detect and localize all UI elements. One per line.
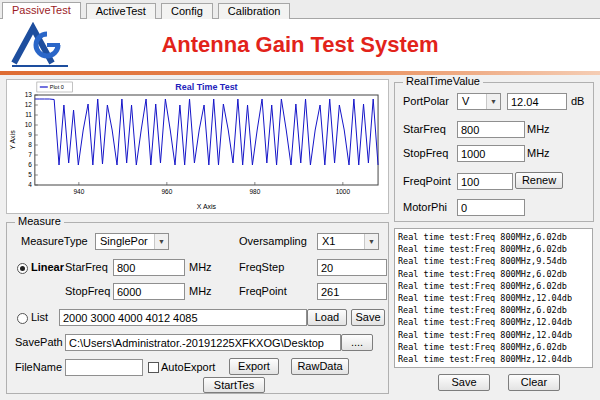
oversampling-select[interactable]: X1 ▼ xyxy=(317,233,379,250)
list-radio[interactable] xyxy=(17,313,28,324)
motorphi-label: MotorPhi xyxy=(403,201,447,213)
svg-text:11: 11 xyxy=(25,111,32,118)
rt-stopfreq-field[interactable] xyxy=(457,145,525,162)
measuretype-selected-value: SinglePor xyxy=(100,235,148,247)
list-label: List xyxy=(31,311,48,323)
freqpoint-field[interactable] xyxy=(317,283,387,300)
tab-activetest[interactable]: ActiveTest xyxy=(86,3,156,19)
portpolar-label: PortPolar xyxy=(403,95,449,107)
list-freq-field[interactable] xyxy=(59,309,307,326)
tab-passivetest[interactable]: PassiveTest xyxy=(2,2,81,19)
starfreq-field[interactable] xyxy=(113,259,185,276)
stopfreq-unit: MHz xyxy=(189,285,212,297)
linear-radio[interactable] xyxy=(17,263,28,274)
realtime-group-title: RealTimeValue xyxy=(403,75,483,87)
svg-text:4: 4 xyxy=(28,181,32,188)
rt-freqpoint-label: FreqPoint xyxy=(403,175,451,187)
rt-starfreq-label: StarFreq xyxy=(403,123,446,135)
log-line: Real time test:Freq 800MHz,6.02db xyxy=(398,280,589,292)
rawdata-button[interactable]: RawData xyxy=(291,358,349,375)
log-line: Real time test:Freq 800MHz,12.04db xyxy=(398,292,589,304)
svg-text:6: 6 xyxy=(28,161,32,168)
svg-text:9: 9 xyxy=(28,131,32,138)
rt-freqpoint-field[interactable] xyxy=(457,173,513,190)
svg-text:8: 8 xyxy=(28,141,32,148)
chart-svg: Real Time Test45678910111213940960980100… xyxy=(7,80,388,213)
log-line: Real time test:Freq 800MHz,6.02db xyxy=(398,304,589,316)
linear-label: Linear xyxy=(31,261,64,273)
freqstep-label: FreqStep xyxy=(239,261,284,273)
gain-unit-label: dB xyxy=(571,95,584,107)
svg-text:5: 5 xyxy=(28,171,32,178)
motorphi-field[interactable] xyxy=(457,199,525,216)
filename-label: FileName xyxy=(15,361,62,373)
log-line: Real time test:Freq 800MHz,12.04db xyxy=(398,316,589,328)
svg-text:980: 980 xyxy=(249,188,260,195)
svg-text:X Axis: X Axis xyxy=(197,203,217,210)
log-list[interactable]: Real time test:Freq 800MHz,6.02dbReal ti… xyxy=(394,228,593,368)
rt-stopfreq-unit: MHz xyxy=(527,147,550,159)
tab-bar: PassiveTest ActiveTest Config Calibratio… xyxy=(0,0,600,19)
header: Antenna Gain Test System xyxy=(0,19,600,71)
measuretype-select[interactable]: SinglePor ▼ xyxy=(95,233,169,250)
savepath-field[interactable] xyxy=(65,334,341,351)
rt-starfreq-unit: MHz xyxy=(527,123,550,135)
portpolar-select[interactable]: V ▼ xyxy=(457,93,501,110)
page-title: Antenna Gain Test System xyxy=(0,32,600,58)
chevron-down-icon[interactable]: ▼ xyxy=(364,234,378,249)
rt-stopfreq-label: StopFreq xyxy=(403,147,448,159)
portpolar-selected-value: V xyxy=(462,95,469,107)
list-save-button[interactable]: Save xyxy=(351,309,385,326)
log-line: Real time test:Freq 800MHz,6.02db xyxy=(398,231,589,243)
autoexport-checkbox[interactable] xyxy=(148,362,159,373)
oversampling-label: Oversampling xyxy=(239,235,307,247)
realtime-value-group: RealTimeValue PortPolar V ▼ dB StarFreq … xyxy=(394,82,594,222)
svg-text:7: 7 xyxy=(28,151,32,158)
starfreq-unit: MHz xyxy=(189,261,212,273)
measuretype-label: MeasureType xyxy=(21,235,88,247)
log-line: Real time test:Freq 800MHz,12.04db xyxy=(398,329,589,341)
rt-starfreq-field[interactable] xyxy=(457,121,525,138)
chevron-down-icon[interactable]: ▼ xyxy=(154,234,168,249)
freqstep-field[interactable] xyxy=(317,259,387,276)
svg-text:940: 940 xyxy=(73,188,84,195)
starfreq-label: StarFreq xyxy=(65,261,108,273)
tab-calibration[interactable]: Calibration xyxy=(218,3,291,19)
log-line: Real time test:Freq 800MHz,12.04db xyxy=(398,353,589,365)
header-divider xyxy=(0,71,600,75)
starttest-button[interactable]: StartTes xyxy=(203,377,265,393)
autoexport-label: AutoExport xyxy=(161,361,215,373)
measure-group-title: Measure xyxy=(15,215,64,227)
svg-text:1000: 1000 xyxy=(336,188,351,195)
log-line: Real time test:Freq 800MHz,6.02db xyxy=(398,243,589,255)
measure-group: Measure MeasureType SinglePor ▼ Oversamp… xyxy=(6,222,389,394)
savepath-label: SavePath xyxy=(15,336,63,348)
gain-value-field[interactable] xyxy=(507,93,567,110)
app-window: PassiveTest ActiveTest Config Calibratio… xyxy=(0,0,600,400)
realtime-chart-panel: Real Time Test45678910111213940960980100… xyxy=(6,79,389,214)
export-button[interactable]: Export xyxy=(229,358,279,375)
log-line: Real time test:Freq 800MHz,6.02db xyxy=(398,268,589,280)
renew-button[interactable]: Renew xyxy=(515,172,563,189)
log-clear-button[interactable]: Clear xyxy=(508,374,560,391)
stopfreq-field[interactable] xyxy=(113,283,185,300)
filename-field[interactable] xyxy=(65,359,143,376)
svg-text:13: 13 xyxy=(25,91,33,98)
log-line: Real time test:Freq 800MHz,9.54db xyxy=(398,255,589,267)
svg-text:Real Time Test: Real Time Test xyxy=(175,82,237,92)
svg-text:10: 10 xyxy=(25,121,33,128)
chevron-down-icon[interactable]: ▼ xyxy=(486,94,500,109)
browse-button[interactable]: .... xyxy=(341,334,373,351)
log-save-button[interactable]: Save xyxy=(438,374,490,391)
svg-text:960: 960 xyxy=(161,188,172,195)
log-line: Real time test:Freq 800MHz,6.02db xyxy=(398,341,589,353)
svg-text:12: 12 xyxy=(25,101,33,108)
stopfreq-label: StopFreq xyxy=(65,285,110,297)
load-button[interactable]: Load xyxy=(307,309,347,326)
svg-text:Y Axis: Y Axis xyxy=(9,130,16,150)
oversampling-selected-value: X1 xyxy=(322,235,335,247)
freqpoint-label: FreqPoint xyxy=(239,285,287,297)
svg-text:Plot 0: Plot 0 xyxy=(50,84,64,90)
tab-config[interactable]: Config xyxy=(161,3,213,19)
